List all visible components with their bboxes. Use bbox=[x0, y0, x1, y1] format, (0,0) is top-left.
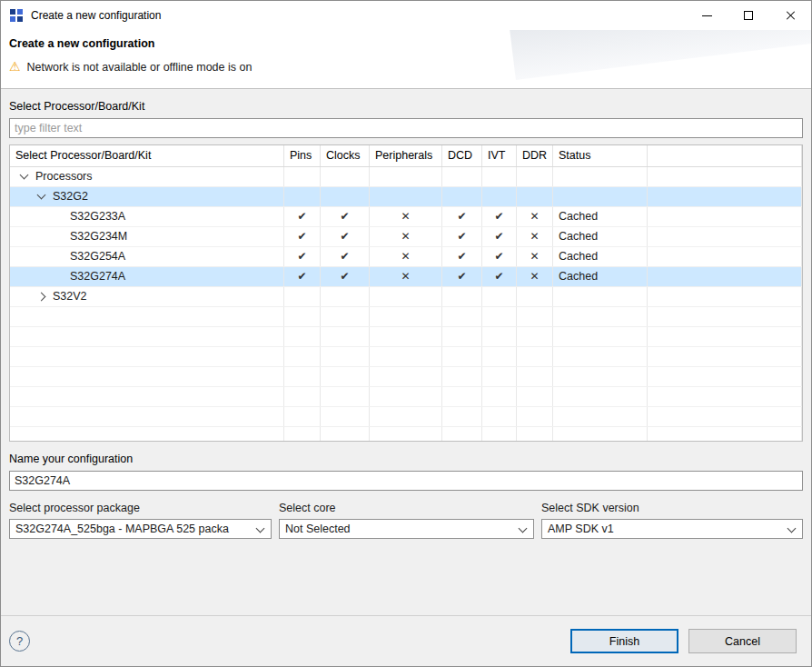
peripherals-cell bbox=[370, 167, 442, 186]
check-icon: ✔ bbox=[442, 267, 482, 286]
chevron-down-icon bbox=[519, 524, 528, 533]
filter-input[interactable] bbox=[9, 118, 803, 138]
empty-cell bbox=[321, 307, 370, 326]
table-row[interactable]: S32G274A✔✔✕✔✔✕Cached bbox=[10, 267, 802, 287]
core-label: Select core bbox=[279, 502, 534, 514]
peripherals-cell bbox=[370, 187, 442, 206]
check-icon: ✔ bbox=[442, 227, 482, 246]
ivt-cell bbox=[482, 287, 517, 306]
check-icon: ✔ bbox=[482, 207, 517, 226]
help-button[interactable]: ? bbox=[9, 631, 30, 652]
dcd-cell bbox=[442, 287, 482, 306]
finish-button[interactable]: Finish bbox=[570, 629, 678, 653]
select-labels-row: Select processor package Select core Sel… bbox=[9, 502, 803, 514]
tree-node-cell: S32G2 bbox=[10, 187, 284, 206]
cross-icon: ✕ bbox=[370, 247, 442, 266]
check-icon: ✔ bbox=[321, 207, 370, 226]
status-cell: Cached bbox=[553, 227, 648, 246]
cross-icon: ✕ bbox=[370, 227, 442, 246]
ddr-cell bbox=[517, 167, 553, 186]
processor-package-select[interactable]: S32G274A_525bga - MAPBGA 525 packa bbox=[9, 519, 272, 539]
check-icon: ✔ bbox=[284, 227, 321, 246]
empty-cell bbox=[284, 387, 321, 406]
chevron-down-icon bbox=[256, 524, 265, 533]
empty-cell bbox=[482, 307, 517, 326]
empty-cell bbox=[10, 307, 284, 326]
column-header-status[interactable]: Status bbox=[553, 145, 648, 166]
tree-node-label: S32G2 bbox=[53, 187, 88, 206]
core-value: Not Selected bbox=[285, 523, 351, 535]
empty-cell bbox=[517, 327, 553, 346]
tree-node-label: Processors bbox=[35, 167, 93, 186]
pins-cell bbox=[284, 167, 321, 186]
empty-cell bbox=[442, 367, 482, 386]
table-row[interactable]: S32G233A✔✔✕✔✔✕Cached bbox=[10, 207, 802, 227]
empty-cell bbox=[482, 387, 517, 406]
app-icon bbox=[9, 8, 24, 23]
empty-cell bbox=[370, 427, 442, 442]
tree-node-label: S32G254A bbox=[70, 247, 125, 266]
table-row-empty bbox=[10, 387, 802, 407]
tree-node-cell: Processors bbox=[10, 167, 284, 186]
empty-cell bbox=[10, 427, 284, 442]
table-row[interactable]: S32G234M✔✔✕✔✔✕Cached bbox=[10, 227, 802, 247]
column-header-ddr[interactable]: DDR bbox=[517, 145, 553, 166]
empty-cell bbox=[553, 387, 648, 406]
empty-cell bbox=[553, 367, 648, 386]
empty-cell bbox=[648, 307, 802, 326]
empty-cell bbox=[370, 407, 442, 426]
window-controls bbox=[686, 1, 811, 30]
table-row[interactable]: S32V2 bbox=[10, 287, 802, 307]
table-row[interactable]: Processors bbox=[10, 167, 802, 187]
table-body: ProcessorsS32G2S32G233A✔✔✕✔✔✕CachedS32G2… bbox=[10, 167, 802, 442]
filler-cell bbox=[648, 167, 802, 186]
minimize-button[interactable] bbox=[686, 1, 728, 30]
empty-cell bbox=[321, 367, 370, 386]
minimize-icon bbox=[702, 15, 712, 16]
ddr-cell bbox=[517, 187, 553, 206]
status-cell: Cached bbox=[553, 247, 648, 266]
column-header-clocks[interactable]: Clocks bbox=[321, 145, 370, 166]
clocks-cell bbox=[321, 287, 370, 306]
configuration-name-input[interactable] bbox=[9, 471, 803, 491]
tree-node-cell: S32V2 bbox=[10, 287, 284, 306]
empty-cell bbox=[553, 307, 648, 326]
empty-cell bbox=[442, 307, 482, 326]
column-header-extra bbox=[648, 145, 802, 166]
column-header-name[interactable]: Select Processor/Board/Kit bbox=[10, 145, 284, 166]
empty-cell bbox=[321, 427, 370, 442]
column-header-dcd[interactable]: DCD bbox=[442, 145, 482, 166]
status-cell: Cached bbox=[553, 267, 648, 286]
expand-icon[interactable] bbox=[37, 293, 46, 302]
filler-cell bbox=[648, 247, 802, 266]
maximize-button[interactable] bbox=[728, 1, 769, 30]
dialog-body: Select Processor/Board/Kit Select Proces… bbox=[1, 89, 811, 615]
check-icon: ✔ bbox=[284, 247, 321, 266]
empty-cell bbox=[370, 367, 442, 386]
collapse-icon[interactable] bbox=[20, 171, 29, 180]
table-row[interactable]: S32G254A✔✔✕✔✔✕Cached bbox=[10, 247, 802, 267]
cancel-button[interactable]: Cancel bbox=[688, 629, 797, 653]
empty-cell bbox=[442, 347, 482, 366]
filler-cell bbox=[648, 287, 802, 306]
status-cell: Cached bbox=[553, 207, 648, 226]
empty-cell bbox=[284, 427, 321, 442]
column-header-ivt[interactable]: IVT bbox=[482, 145, 517, 166]
core-select[interactable]: Not Selected bbox=[279, 519, 534, 539]
column-header-pins[interactable]: Pins bbox=[284, 145, 321, 166]
ivt-cell bbox=[482, 167, 517, 186]
chevron-down-icon bbox=[787, 524, 797, 533]
collapse-icon[interactable] bbox=[37, 191, 46, 200]
empty-cell bbox=[648, 327, 802, 346]
column-header-peripherals[interactable]: Peripherals bbox=[370, 145, 442, 166]
status-cell bbox=[553, 187, 648, 206]
empty-cell bbox=[482, 427, 517, 442]
clocks-cell bbox=[321, 167, 370, 186]
peripherals-cell bbox=[370, 287, 442, 306]
table-row-empty bbox=[10, 347, 802, 367]
close-button[interactable] bbox=[769, 1, 811, 30]
clocks-cell bbox=[321, 187, 370, 206]
table-row[interactable]: S32G2 bbox=[10, 187, 802, 207]
wizard-header: Create a new configuration Network is no… bbox=[1, 30, 811, 89]
sdk-version-select[interactable]: AMP SDK v1 bbox=[541, 519, 803, 539]
